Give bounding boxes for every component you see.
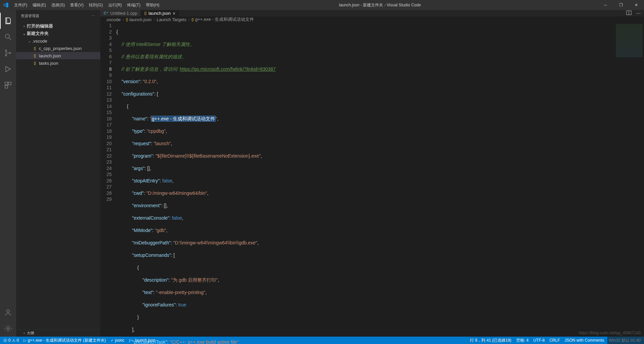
svg-point-0 <box>5 34 9 38</box>
file-tree: ›打开的编辑器 ⌄新建文件夹 ⌄.vscode {}c_cpp_properti… <box>16 22 100 329</box>
window-controls: ─ ❐ ✕ <box>598 0 644 10</box>
json-icon: {} <box>144 11 147 15</box>
main: 资源管理器 ⋯ ›打开的编辑器 ⌄新建文件夹 ⌄.vscode {}c_cpp_… <box>0 10 644 337</box>
more-icon[interactable]: ⋯ <box>636 11 641 16</box>
folder-vscode[interactable]: ⌄.vscode <box>16 37 100 45</box>
breadcrumb-file[interactable]: launch.json <box>129 17 152 22</box>
code-editor[interactable]: 1234567891011121314151617181920212223242… <box>100 22 644 344</box>
chevron-right-icon: › <box>153 18 155 21</box>
activity-settings[interactable] <box>0 321 16 337</box>
code-content[interactable]: { // 使用 IntelliSense 了解相关属性。 // 悬停以查看现有属… <box>116 22 644 344</box>
json-icon: {} <box>192 18 194 21</box>
titlebar: 文件(F) 编辑(E) 选择(S) 查看(V) 转到(G) 运行(R) 终端(T… <box>0 0 644 10</box>
cpp-icon: C⁺ <box>104 11 108 15</box>
watermark-text: https://blog.csdn.net/qq_45907140 <box>579 331 641 335</box>
activity-explorer[interactable] <box>0 13 16 29</box>
window-title: launch.json - 新建文件夹 - Visual Studio Code <box>162 2 598 8</box>
activity-accounts[interactable] <box>0 304 16 321</box>
error-icon: ⓧ <box>3 338 7 343</box>
file-tasks-json[interactable]: {}tasks.json <box>16 59 100 67</box>
editor-tabs: C⁺ Untitled-1.cpp {} launch.json × ⋯ <box>100 10 644 16</box>
activity-extensions[interactable] <box>0 77 16 93</box>
menu-go[interactable]: 转到(G) <box>86 1 105 9</box>
json-icon: {} <box>126 18 128 21</box>
warning-icon: ⚠ <box>12 338 15 343</box>
activity-bar <box>0 10 16 337</box>
breadcrumbs[interactable]: .vscode › {} launch.json › Launch Target… <box>100 16 644 22</box>
gear-icon <box>4 325 12 333</box>
editor-group: C⁺ Untitled-1.cpp {} launch.json × ⋯ .vs… <box>100 10 644 337</box>
breadcrumb-symbol[interactable]: g++.exe - 生成和调试活动文件 <box>195 16 254 22</box>
menu-run[interactable]: 运行(R) <box>106 1 125 9</box>
chevron-right-icon: › <box>122 18 124 21</box>
status-problems[interactable]: ⓧ0⚠0 <box>3 338 19 343</box>
svg-point-2 <box>5 50 7 51</box>
activity-run[interactable] <box>0 61 16 77</box>
menu-selection[interactable]: 选择(S) <box>49 1 67 9</box>
chevron-right-icon: › <box>188 18 190 21</box>
play-bug-icon <box>4 65 12 73</box>
file-launch-json[interactable]: {}launch.json <box>16 52 100 59</box>
close-icon[interactable]: × <box>173 11 175 16</box>
sidebar-header: 资源管理器 ⋯ <box>16 10 100 22</box>
minimap[interactable] <box>607 22 644 344</box>
json-icon: {} <box>32 53 38 58</box>
menu-file[interactable]: 文件(F) <box>11 1 30 9</box>
minimize-button[interactable]: ─ <box>598 0 613 10</box>
close-button[interactable]: ✕ <box>629 0 644 10</box>
source-control-icon <box>4 49 12 57</box>
tab-launch-json[interactable]: {} launch.json × <box>141 10 179 16</box>
json-icon: {} <box>32 46 38 51</box>
breadcrumb-section[interactable]: Launch Targets <box>157 17 186 22</box>
maximize-button[interactable]: ❐ <box>613 0 629 10</box>
status-build-target[interactable]: ▷g++.exe - 生成和调试活动文件 (新建文件夹) <box>23 338 106 343</box>
sidebar-title: 资源管理器 <box>21 13 39 18</box>
chevron-right-icon: › <box>21 331 27 335</box>
vscode-logo-icon <box>3 2 9 8</box>
svg-point-8 <box>7 310 9 312</box>
svg-point-9 <box>7 328 9 330</box>
search-icon <box>4 33 12 41</box>
file-c-cpp-properties[interactable]: {}c_cpp_properties.json <box>16 45 100 52</box>
files-icon <box>4 17 12 25</box>
section-opened-editors[interactable]: ›打开的编辑器 <box>16 22 100 30</box>
chevron-down-icon: ⌄ <box>27 39 32 43</box>
menu-view[interactable]: 查看(V) <box>67 1 86 9</box>
activity-search[interactable] <box>0 29 16 45</box>
sidebar-explorer: 资源管理器 ⋯ ›打开的编辑器 ⌄新建文件夹 ⌄.vscode {}c_cpp_… <box>16 10 100 337</box>
breadcrumb-folder[interactable]: .vscode <box>106 17 121 22</box>
extensions-icon <box>4 81 12 89</box>
play-icon: ▷ <box>23 338 26 343</box>
menu-bar: 文件(F) 编辑(E) 选择(S) 查看(V) 转到(G) 运行(R) 终端(T… <box>11 1 162 9</box>
sidebar-more-icon[interactable]: ⋯ <box>91 14 96 18</box>
chevron-right-icon: › <box>21 24 27 28</box>
svg-line-1 <box>9 38 11 40</box>
menu-edit[interactable]: 编辑(E) <box>30 1 49 9</box>
svg-rect-5 <box>5 82 8 85</box>
section-folder-root[interactable]: ⌄新建文件夹 <box>16 30 100 37</box>
tab-untitled-cpp[interactable]: C⁺ Untitled-1.cpp <box>100 10 141 16</box>
svg-rect-6 <box>8 82 11 85</box>
svg-point-4 <box>9 52 11 54</box>
svg-rect-7 <box>5 85 8 88</box>
section-outline[interactable]: ›大纲 <box>16 329 100 337</box>
menu-terminal[interactable]: 终端(T) <box>124 1 143 9</box>
chevron-down-icon: ⌄ <box>21 32 27 36</box>
svg-point-3 <box>5 55 7 56</box>
menu-help[interactable]: 帮助(H) <box>143 1 162 9</box>
json-icon: {} <box>32 60 38 66</box>
line-gutter: 1234567891011121314151617181920212223242… <box>100 22 116 344</box>
split-editor-icon[interactable] <box>626 10 632 16</box>
activity-scm[interactable] <box>0 45 16 61</box>
account-icon <box>4 308 12 317</box>
